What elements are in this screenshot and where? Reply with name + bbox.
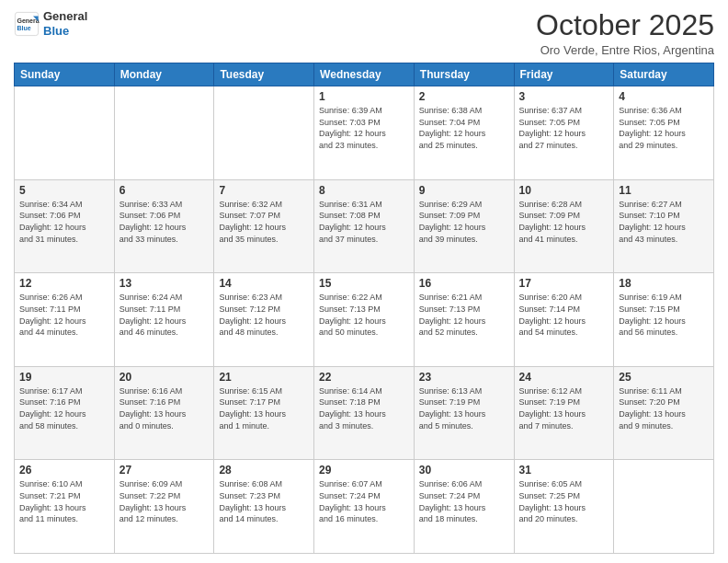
day-number: 21 — [219, 371, 309, 384]
day-number: 3 — [519, 90, 609, 103]
calendar-cell: 3Sunrise: 6:37 AM Sunset: 7:05 PM Daylig… — [514, 86, 614, 180]
calendar-cell: 8Sunrise: 6:31 AM Sunset: 7:08 PM Daylig… — [314, 179, 415, 273]
day-info: Sunrise: 6:06 AM Sunset: 7:24 PM Dayligh… — [419, 478, 509, 524]
logo-icon: General Blue — [14, 11, 40, 37]
calendar-cell: 24Sunrise: 6:12 AM Sunset: 7:19 PM Dayli… — [514, 366, 614, 460]
day-info: Sunrise: 6:33 AM Sunset: 7:06 PM Dayligh… — [119, 199, 210, 245]
calendar-table: SundayMondayTuesdayWednesdayThursdayFrid… — [14, 63, 714, 554]
day-number: 12 — [19, 277, 109, 290]
day-number: 13 — [119, 277, 210, 290]
day-info: Sunrise: 6:13 AM Sunset: 7:19 PM Dayligh… — [419, 385, 509, 431]
calendar-cell: 11Sunrise: 6:27 AM Sunset: 7:10 PM Dayli… — [614, 179, 714, 273]
day-number: 26 — [19, 464, 109, 477]
day-info: Sunrise: 6:36 AM Sunset: 7:05 PM Dayligh… — [619, 105, 709, 151]
header: General Blue General Blue October 2025 O… — [14, 9, 714, 57]
day-info: Sunrise: 6:20 AM Sunset: 7:14 PM Dayligh… — [519, 292, 609, 338]
day-info: Sunrise: 6:26 AM Sunset: 7:11 PM Dayligh… — [19, 292, 109, 338]
logo-line1: General — [43, 9, 87, 24]
calendar-cell: 16Sunrise: 6:21 AM Sunset: 7:13 PM Dayli… — [414, 273, 514, 367]
day-number: 30 — [419, 464, 509, 477]
calendar-cell: 18Sunrise: 6:19 AM Sunset: 7:15 PM Dayli… — [614, 273, 714, 367]
day-number: 24 — [519, 371, 609, 384]
weekday-header-tuesday: Tuesday — [214, 63, 314, 86]
day-number: 5 — [19, 184, 109, 197]
day-number: 28 — [219, 464, 309, 477]
calendar-cell: 7Sunrise: 6:32 AM Sunset: 7:07 PM Daylig… — [214, 179, 314, 273]
day-info: Sunrise: 6:31 AM Sunset: 7:08 PM Dayligh… — [319, 199, 409, 245]
calendar-cell: 1Sunrise: 6:39 AM Sunset: 7:03 PM Daylig… — [314, 86, 415, 180]
calendar-cell: 28Sunrise: 6:08 AM Sunset: 7:23 PM Dayli… — [214, 460, 314, 554]
day-number: 16 — [419, 277, 509, 290]
day-number: 25 — [619, 371, 709, 384]
logo: General Blue General Blue — [14, 9, 87, 38]
day-number: 1 — [319, 90, 409, 103]
day-number: 18 — [619, 277, 709, 290]
calendar-cell: 17Sunrise: 6:20 AM Sunset: 7:14 PM Dayli… — [514, 273, 614, 367]
week-row-1: 5Sunrise: 6:34 AM Sunset: 7:06 PM Daylig… — [15, 179, 714, 273]
day-number: 22 — [319, 371, 409, 384]
day-info: Sunrise: 6:22 AM Sunset: 7:13 PM Dayligh… — [319, 292, 409, 338]
day-info: Sunrise: 6:16 AM Sunset: 7:16 PM Dayligh… — [119, 385, 210, 431]
calendar-cell: 30Sunrise: 6:06 AM Sunset: 7:24 PM Dayli… — [414, 460, 514, 554]
day-number: 7 — [219, 184, 309, 197]
calendar-cell: 22Sunrise: 6:14 AM Sunset: 7:18 PM Dayli… — [314, 366, 415, 460]
day-info: Sunrise: 6:29 AM Sunset: 7:09 PM Dayligh… — [419, 199, 509, 245]
month-title: October 2025 — [536, 9, 714, 41]
calendar-cell: 15Sunrise: 6:22 AM Sunset: 7:13 PM Dayli… — [314, 273, 415, 367]
calendar-cell: 4Sunrise: 6:36 AM Sunset: 7:05 PM Daylig… — [614, 86, 714, 180]
page: General Blue General Blue October 2025 O… — [0, 0, 728, 563]
day-number: 20 — [119, 371, 210, 384]
calendar-cell — [15, 86, 115, 180]
weekday-header-friday: Friday — [514, 63, 614, 86]
weekday-header-monday: Monday — [114, 63, 214, 86]
day-info: Sunrise: 6:23 AM Sunset: 7:12 PM Dayligh… — [219, 292, 309, 338]
day-number: 10 — [519, 184, 609, 197]
day-number: 23 — [419, 371, 509, 384]
calendar-cell: 27Sunrise: 6:09 AM Sunset: 7:22 PM Dayli… — [114, 460, 214, 554]
day-info: Sunrise: 6:12 AM Sunset: 7:19 PM Dayligh… — [519, 385, 609, 431]
day-info: Sunrise: 6:19 AM Sunset: 7:15 PM Dayligh… — [619, 292, 709, 338]
calendar-cell: 6Sunrise: 6:33 AM Sunset: 7:06 PM Daylig… — [114, 179, 214, 273]
calendar-cell: 26Sunrise: 6:10 AM Sunset: 7:21 PM Dayli… — [15, 460, 115, 554]
calendar-cell: 31Sunrise: 6:05 AM Sunset: 7:25 PM Dayli… — [514, 460, 614, 554]
calendar-cell: 13Sunrise: 6:24 AM Sunset: 7:11 PM Dayli… — [114, 273, 214, 367]
calendar-cell: 9Sunrise: 6:29 AM Sunset: 7:09 PM Daylig… — [414, 179, 514, 273]
calendar-cell: 21Sunrise: 6:15 AM Sunset: 7:17 PM Dayli… — [214, 366, 314, 460]
week-row-2: 12Sunrise: 6:26 AM Sunset: 7:11 PM Dayli… — [15, 273, 714, 367]
week-row-3: 19Sunrise: 6:17 AM Sunset: 7:16 PM Dayli… — [15, 366, 714, 460]
day-number: 27 — [119, 464, 210, 477]
day-info: Sunrise: 6:11 AM Sunset: 7:20 PM Dayligh… — [619, 385, 709, 431]
calendar-cell: 2Sunrise: 6:38 AM Sunset: 7:04 PM Daylig… — [414, 86, 514, 180]
day-number: 14 — [219, 277, 309, 290]
day-number: 9 — [419, 184, 509, 197]
calendar-cell: 5Sunrise: 6:34 AM Sunset: 7:06 PM Daylig… — [15, 179, 115, 273]
day-number: 8 — [319, 184, 409, 197]
weekday-header-saturday: Saturday — [614, 63, 714, 86]
day-info: Sunrise: 6:05 AM Sunset: 7:25 PM Dayligh… — [519, 478, 609, 524]
weekday-header-sunday: Sunday — [15, 63, 115, 86]
day-info: Sunrise: 6:37 AM Sunset: 7:05 PM Dayligh… — [519, 105, 609, 151]
day-info: Sunrise: 6:10 AM Sunset: 7:21 PM Dayligh… — [19, 478, 109, 524]
day-info: Sunrise: 6:21 AM Sunset: 7:13 PM Dayligh… — [419, 292, 509, 338]
day-number: 2 — [419, 90, 509, 103]
logo-line2: Blue — [43, 24, 87, 39]
week-row-4: 26Sunrise: 6:10 AM Sunset: 7:21 PM Dayli… — [15, 460, 714, 554]
day-info: Sunrise: 6:15 AM Sunset: 7:17 PM Dayligh… — [219, 385, 309, 431]
svg-rect-0 — [15, 12, 38, 35]
svg-text:Blue: Blue — [17, 25, 31, 31]
day-info: Sunrise: 6:17 AM Sunset: 7:16 PM Dayligh… — [19, 385, 109, 431]
calendar-cell: 25Sunrise: 6:11 AM Sunset: 7:20 PM Dayli… — [614, 366, 714, 460]
calendar-cell: 29Sunrise: 6:07 AM Sunset: 7:24 PM Dayli… — [314, 460, 415, 554]
day-number: 15 — [319, 277, 409, 290]
location: Oro Verde, Entre Rios, Argentina — [536, 43, 714, 57]
calendar-cell: 14Sunrise: 6:23 AM Sunset: 7:12 PM Dayli… — [214, 273, 314, 367]
day-number: 19 — [19, 371, 109, 384]
day-number: 31 — [519, 464, 609, 477]
day-info: Sunrise: 6:07 AM Sunset: 7:24 PM Dayligh… — [319, 478, 409, 524]
calendar-cell: 19Sunrise: 6:17 AM Sunset: 7:16 PM Dayli… — [15, 366, 115, 460]
day-info: Sunrise: 6:09 AM Sunset: 7:22 PM Dayligh… — [119, 478, 210, 524]
calendar-cell: 12Sunrise: 6:26 AM Sunset: 7:11 PM Dayli… — [15, 273, 115, 367]
calendar-cell — [614, 460, 714, 554]
week-row-0: 1Sunrise: 6:39 AM Sunset: 7:03 PM Daylig… — [15, 86, 714, 180]
title-block: October 2025 Oro Verde, Entre Rios, Arge… — [536, 9, 714, 57]
